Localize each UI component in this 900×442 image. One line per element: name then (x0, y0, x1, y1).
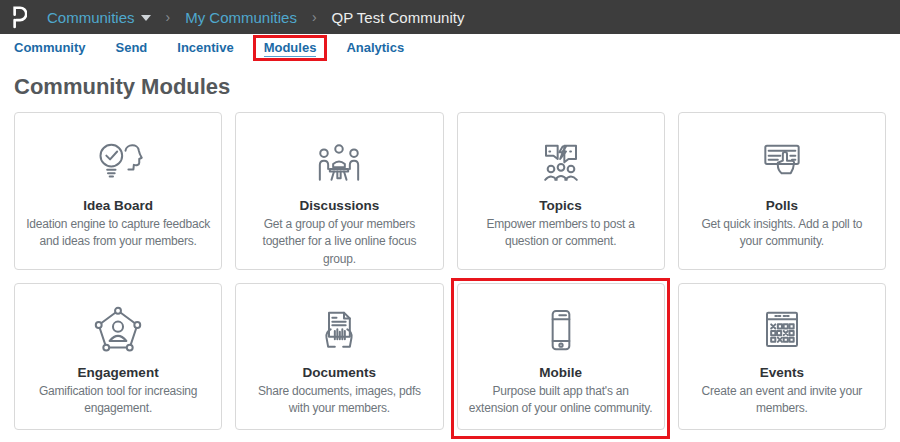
documents-icon (312, 304, 366, 356)
caret-down-icon (141, 15, 151, 21)
card-description: Gamification tool for increasing engagem… (23, 383, 213, 418)
idea-board-icon (91, 137, 145, 189)
card-title: Polls (766, 198, 798, 213)
card-description: Get quick insights. Add a poll to your c… (687, 216, 877, 251)
card-description: Empower members to post a question or co… (466, 216, 656, 251)
engagement-icon (91, 304, 145, 356)
card-title: Mobile (539, 365, 582, 380)
breadcrumb-separator: › (161, 9, 176, 25)
breadcrumb-my-communities[interactable]: My Communities (185, 9, 297, 26)
tab-send[interactable]: Send (116, 40, 148, 56)
tab-community[interactable]: Community (14, 40, 86, 56)
card-title: Discussions (300, 198, 380, 213)
app-logo-icon[interactable] (10, 4, 27, 30)
card-description: Create an event and invite your members. (687, 383, 877, 418)
card-discussions[interactable]: Discussions Get a group of your members … (235, 112, 443, 270)
card-title: Documents (303, 365, 377, 380)
card-description: Purpose built app that's an extension of… (466, 383, 656, 418)
card-topics[interactable]: Topics Empower members to post a questio… (457, 112, 665, 270)
card-description: Get a group of your members together for… (244, 216, 434, 268)
communities-menu[interactable]: Communities (47, 9, 151, 26)
mobile-icon (534, 304, 588, 356)
card-description: Share documents, images, pdfs with your … (244, 383, 434, 418)
tab-analytics[interactable]: Analytics (346, 40, 404, 56)
card-events[interactable]: Events Create an event and invite your m… (678, 283, 886, 430)
card-polls[interactable]: Polls Get quick insights. Add a poll to … (678, 112, 886, 270)
card-title: Topics (539, 198, 582, 213)
discussions-icon (312, 137, 366, 189)
card-title: Engagement (78, 365, 159, 380)
card-idea-board[interactable]: Idea Board Ideation engine to capture fe… (14, 112, 222, 270)
tab-modules[interactable]: Modules (264, 40, 317, 56)
topics-icon (534, 137, 588, 189)
breadcrumb-separator: › (307, 9, 322, 25)
card-title: Events (760, 365, 804, 380)
polls-icon (755, 137, 809, 189)
events-icon (755, 304, 809, 356)
card-mobile[interactable]: Mobile Purpose built app that's an exten… (457, 283, 665, 430)
card-description: Ideation engine to capture feedback and … (23, 216, 213, 251)
breadcrumb-current-community: QP Test Community (332, 9, 465, 26)
community-nav: Community Send Incentive Modules Analyti… (0, 34, 900, 62)
page-title: Community Modules (14, 74, 900, 100)
modules-grid: Idea Board Ideation engine to capture fe… (14, 112, 886, 430)
topbar: Communities › My Communities › QP Test C… (0, 0, 900, 34)
card-title: Idea Board (83, 198, 153, 213)
card-engagement[interactable]: Engagement Gamification tool for increas… (14, 283, 222, 430)
tab-incentive[interactable]: Incentive (177, 40, 233, 56)
communities-menu-label: Communities (47, 9, 135, 26)
card-documents[interactable]: Documents Share documents, images, pdfs … (235, 283, 443, 430)
